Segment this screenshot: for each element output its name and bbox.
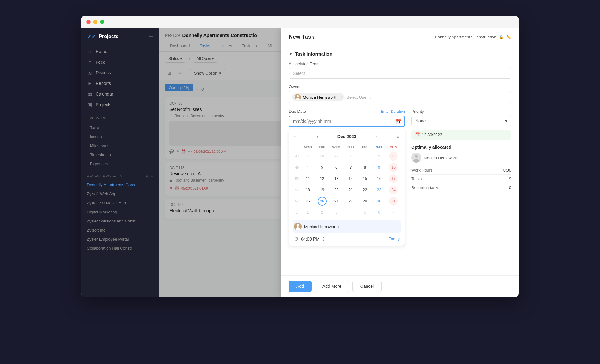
calendar-day[interactable]: 28 xyxy=(344,196,358,207)
project-item-zylsoft-web[interactable]: Zylsoft Web App xyxy=(81,189,159,198)
enter-duration-link[interactable]: Enter Duration xyxy=(381,109,405,114)
calendar-day[interactable]: 11 xyxy=(301,173,315,184)
owner-remove-btn[interactable]: × xyxy=(339,95,342,99)
time-down-btn[interactable]: ▼ xyxy=(322,239,325,242)
project-item-digital-marketing[interactable]: Digital Marketing xyxy=(81,207,159,217)
maximize-btn[interactable] xyxy=(100,20,104,24)
calendar-day[interactable]: 21 xyxy=(344,185,358,195)
calendar-day[interactable]: 7 xyxy=(344,162,358,173)
project-item-collaboration-hall[interactable]: Collaboration Hall Constr xyxy=(81,244,159,253)
calendar-day[interactable]: 4 xyxy=(301,162,315,173)
time-stepper: ▲ ▼ xyxy=(322,236,325,242)
svg-point-16 xyxy=(297,224,299,227)
calendar-day[interactable]: 3 xyxy=(330,207,343,218)
sub-nav-milestones[interactable]: Milestones xyxy=(81,141,159,150)
reorder-icon[interactable]: ⊟ xyxy=(145,174,148,178)
calendar-day[interactable]: 5 xyxy=(315,162,329,173)
calendar-day[interactable]: 28 xyxy=(315,151,329,162)
calendar-day[interactable]: 23 xyxy=(372,185,386,195)
calendar-day[interactable]: 29 xyxy=(330,151,343,162)
optimal-user-name: Monica Hemsworth xyxy=(424,156,458,160)
calendar-day[interactable]: 4 xyxy=(344,207,358,218)
wed-header: WED xyxy=(330,144,343,150)
cal-prev-month-btn[interactable]: ‹ xyxy=(316,133,320,140)
calendar-day[interactable]: 10 xyxy=(387,162,400,173)
cal-prev-year-btn[interactable]: « xyxy=(293,133,298,140)
calendar-day[interactable]: 2 xyxy=(315,207,329,218)
calendar-day[interactable]: 22 xyxy=(358,185,372,195)
optimal-stats: Work Hours: 8:00 Tasks: 9 Re xyxy=(411,166,511,192)
calendar-day[interactable]: 26 xyxy=(315,196,329,207)
calendar-day[interactable]: 27 xyxy=(301,151,315,162)
sidebar-item-home[interactable]: ⌂ Home xyxy=(81,46,159,57)
project-item-zylsoft-inc[interactable]: Zylsoft Inc xyxy=(81,226,159,235)
search-icon[interactable]: ○ xyxy=(151,174,153,178)
calendar-day[interactable]: 30 xyxy=(372,196,386,207)
calendar-day[interactable]: 5 xyxy=(358,207,372,218)
sub-nav-timesheets[interactable]: Timesheets xyxy=(81,150,159,159)
calendar-day[interactable]: 6 xyxy=(372,207,386,218)
sun-header: SUN xyxy=(387,144,400,150)
priority-select[interactable]: None ▾ xyxy=(411,116,511,126)
today-btn[interactable]: Today xyxy=(389,237,400,241)
sidebar-item-projects[interactable]: ▣ Projects xyxy=(81,99,159,110)
calendar-day[interactable]: 9 xyxy=(372,162,386,173)
edit-icon[interactable]: ✏️ xyxy=(506,35,511,39)
sidebar-item-discuss[interactable]: ◎ Discuss xyxy=(81,67,159,78)
work-hours-row: Work Hours: 8:00 xyxy=(411,166,511,175)
calendar-day[interactable]: 17 xyxy=(387,173,400,184)
cancel-button[interactable]: Cancel xyxy=(352,281,382,292)
date-input[interactable] xyxy=(289,116,405,127)
recurring-value: 0 xyxy=(509,185,511,190)
calendar-day[interactable]: 30 xyxy=(344,151,358,162)
calendar-day[interactable]: 25 xyxy=(301,196,315,207)
section-toggle[interactable]: ▼ Task Information xyxy=(289,51,511,57)
calendar-day[interactable]: 29 xyxy=(358,196,372,207)
sidebar-item-reports[interactable]: ⊞ Reports xyxy=(81,78,159,89)
calendar-day[interactable]: 20 xyxy=(330,185,343,195)
due-date-label: Due Date xyxy=(289,109,306,114)
calendar-day[interactable]: 1 xyxy=(301,207,315,218)
calendar-day[interactable]: 16 xyxy=(372,173,386,184)
calendar-day[interactable]: 27 xyxy=(330,196,343,207)
calendar-day[interactable]: 6 xyxy=(330,162,343,173)
project-item-zylker-solutions[interactable]: Zylker Solutions and Const xyxy=(81,217,159,226)
calendar-day[interactable]: 2 xyxy=(372,151,386,162)
calendar-day[interactable]: 8 xyxy=(358,162,372,173)
project-item-donnelly[interactable]: Donnelly Apartments Cons xyxy=(81,180,159,189)
close-btn[interactable] xyxy=(86,20,91,24)
calendar-day[interactable]: 19 xyxy=(315,185,329,195)
owner-field[interactable]: Monica Hemsworth × Select User... xyxy=(289,91,511,103)
minimize-btn[interactable] xyxy=(93,20,98,24)
sub-nav-tasks[interactable]: Tasks xyxy=(81,123,159,132)
add-button[interactable]: Add xyxy=(289,281,312,292)
associated-team-select[interactable]: Select xyxy=(289,68,511,79)
calendar-day[interactable]: 15 xyxy=(358,173,372,184)
project-item-zylker-employee[interactable]: Zylker Employee Portal xyxy=(81,235,159,244)
calendar-day[interactable]: 13 xyxy=(330,173,343,184)
sub-nav-issues[interactable]: Issues xyxy=(81,132,159,141)
add-more-button[interactable]: Add More xyxy=(315,281,349,292)
home-icon: ⌂ xyxy=(87,49,92,54)
discuss-icon: ◎ xyxy=(87,70,92,75)
calendar-day[interactable]: 12 xyxy=(315,173,329,184)
calendar-day[interactable]: 1 xyxy=(358,151,372,162)
menu-icon[interactable]: ☰ xyxy=(149,34,153,40)
priority-label: Priority xyxy=(411,109,511,114)
time-up-btn[interactable]: ▲ xyxy=(322,236,325,239)
overview-section-label: Overview xyxy=(81,111,159,122)
cal-next-month-btn[interactable]: › xyxy=(374,133,378,140)
calendar-day[interactable]: 31 xyxy=(387,196,400,207)
project-item-zylker-mobile[interactable]: Zylker 7.0 Mobile App xyxy=(81,198,159,207)
sub-nav-expenses[interactable]: Expenses xyxy=(81,159,159,168)
calendar-day[interactable]: 7 xyxy=(387,207,400,218)
cal-next-year-btn[interactable]: » xyxy=(396,133,401,140)
sidebar-logo: ✓✓ Projects xyxy=(87,33,118,40)
calendar-day[interactable]: 3 xyxy=(387,151,400,162)
calendar-day[interactable]: 24 xyxy=(387,185,400,195)
sidebar-item-feed[interactable]: ≡ Feed xyxy=(81,57,159,67)
sidebar-item-calendar[interactable]: ▦ Calendar xyxy=(81,89,159,99)
calendar-day[interactable]: 18 xyxy=(301,185,315,195)
calendar-picker-icon[interactable]: 📅 xyxy=(396,118,402,124)
calendar-day[interactable]: 14 xyxy=(344,173,358,184)
